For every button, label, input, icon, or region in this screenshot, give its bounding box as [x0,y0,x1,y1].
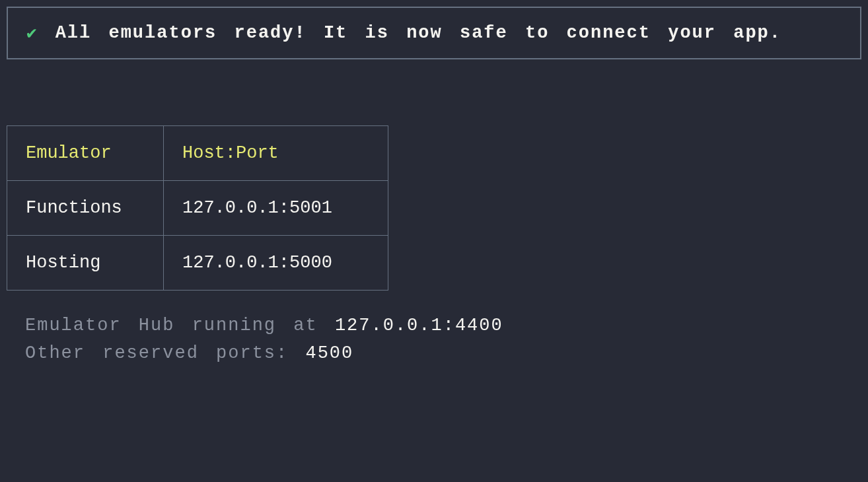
status-message: All emulators ready! It is now safe to c… [55,23,781,43]
emulator-table: Emulator Host:Port Functions 127.0.0.1:5… [7,125,388,291]
terminal-output: ✔ All emulators ready! It is now safe to… [0,0,868,378]
reserved-ports-line: Other reserved ports: 4500 [25,343,861,363]
status-banner: ✔ All emulators ready! It is now safe to… [7,7,861,59]
table-row: Functions 127.0.0.1:5001 [7,181,388,236]
table-header-row: Emulator Host:Port [7,126,388,181]
info-lines: Emulator Hub running at 127.0.0.1:4400 O… [7,316,861,363]
reserved-label: Other reserved ports: [25,343,305,363]
reserved-value: 4500 [305,343,353,363]
hub-info-line: Emulator Hub running at 127.0.0.1:4400 [25,316,861,335]
emulator-hostport: 127.0.0.1:5000 [164,236,388,291]
emulator-name: Hosting [7,236,164,291]
check-icon: ✔ [26,22,37,44]
header-hostport: Host:Port [164,126,388,181]
emulator-hostport: 127.0.0.1:5001 [164,181,388,236]
table-row: Hosting 127.0.0.1:5000 [7,236,388,291]
header-emulator: Emulator [7,126,164,181]
hub-value: 127.0.0.1:4400 [335,316,503,335]
emulator-name: Functions [7,181,164,236]
hub-label: Emulator Hub running at [25,316,335,335]
